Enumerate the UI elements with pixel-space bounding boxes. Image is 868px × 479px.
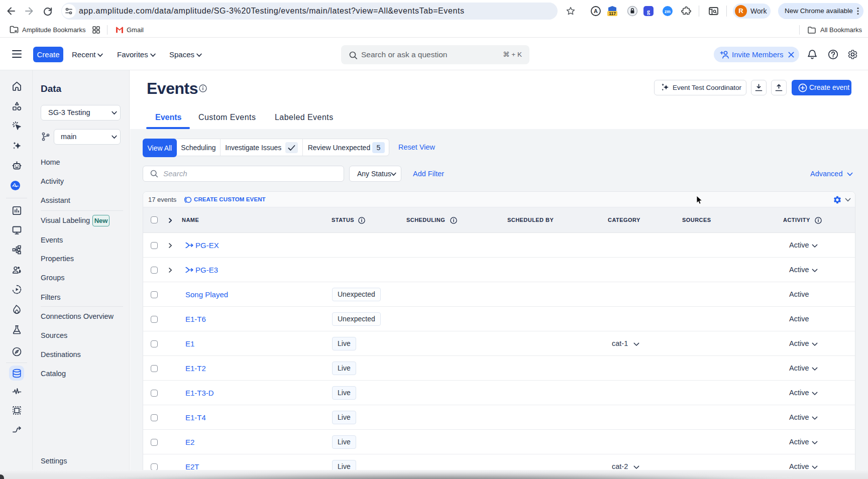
svg-text:117: 117 <box>609 11 616 16</box>
svg-text:g: g <box>647 8 650 15</box>
svg-text:A: A <box>594 8 598 14</box>
svg-text:zm: zm <box>665 9 671 14</box>
